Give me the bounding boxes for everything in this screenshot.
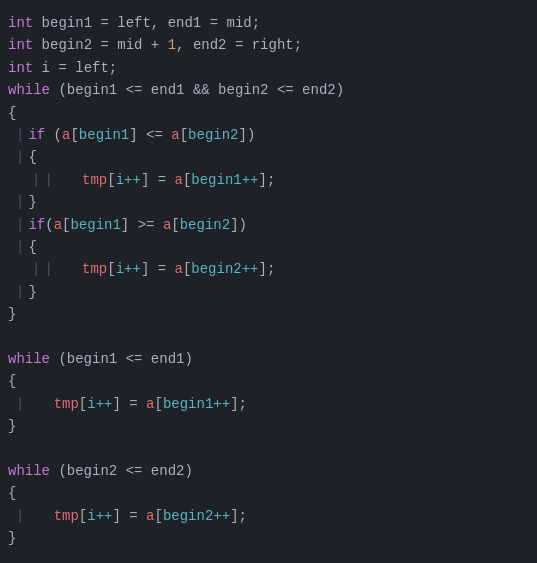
code-line: |} <box>0 191 537 213</box>
code-line: } <box>0 303 537 325</box>
code-line: } <box>0 527 537 549</box>
code-line: || tmp[i++] = a[begin1++]; <box>0 169 537 191</box>
code-line: { <box>0 102 537 124</box>
code-line: { <box>0 482 537 504</box>
code-line: |{ <box>0 236 537 258</box>
code-line: int begin1 = left, end1 = mid; <box>0 12 537 34</box>
code-line: int i = left; <box>0 57 537 79</box>
code-line: | tmp[i++] = a[begin1++]; <box>0 393 537 415</box>
blank-line <box>0 325 537 347</box>
code-line: while (begin1 <= end1) <box>0 348 537 370</box>
code-editor: int begin1 = left, end1 = mid; int begin… <box>0 8 537 553</box>
code-line: |if (a[begin1] <= a[begin2]) <box>0 124 537 146</box>
code-line: while (begin1 <= end1 && begin2 <= end2) <box>0 79 537 101</box>
blank-line <box>0 437 537 459</box>
code-line: |{ <box>0 146 537 168</box>
code-line: |} <box>0 281 537 303</box>
code-line: | tmp[i++] = a[begin2++]; <box>0 505 537 527</box>
code-line: || tmp[i++] = a[begin2++]; <box>0 258 537 280</box>
code-line: { <box>0 370 537 392</box>
code-line: int begin2 = mid + 1, end2 = right; <box>0 34 537 56</box>
code-line: |if(a[begin1] >= a[begin2]) <box>0 214 537 236</box>
code-line: while (begin2 <= end2) <box>0 460 537 482</box>
code-line: } <box>0 415 537 437</box>
